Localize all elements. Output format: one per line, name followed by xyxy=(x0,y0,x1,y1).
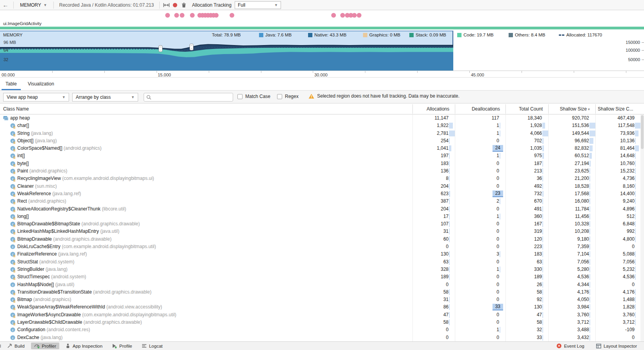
vertical-scrollbar[interactable] xyxy=(640,114,644,341)
column-header-total-count[interactable]: Total Count xyxy=(505,103,543,114)
table-row[interactable]: cLayerDrawable$ChildDrawable (android.gr… xyxy=(0,319,644,326)
table-row[interactable]: cStructTimespec (android.system)18901894… xyxy=(0,273,644,281)
table-row[interactable]: cString (java.lang)2,78114,066149,54473,… xyxy=(0,130,644,137)
tab-table[interactable]: Table xyxy=(0,78,22,90)
toolwindow-logcat[interactable]: Logcat xyxy=(139,343,166,349)
table-row[interactable]: cTransitionDrawable$TransitionState (and… xyxy=(0,288,644,296)
value-magnitude-bar xyxy=(589,244,590,250)
event-log-button[interactable]: Event Log xyxy=(553,343,587,349)
toolwindow-build[interactable]: Build xyxy=(4,343,28,349)
table-row[interactable]: cColorSpace$Named[] (android.graphics)1,… xyxy=(0,145,644,152)
allocation-axis-label: 50000 xyxy=(620,57,640,62)
table-row[interactable]: cWeakSparseArray$WeakReferenceWithId (an… xyxy=(0,303,644,311)
table-row[interactable]: cDiskLruCache$Entry (com.example.android… xyxy=(0,243,644,250)
table-row[interactable]: cPaint (android.graphics)136021323,62515… xyxy=(0,167,644,175)
cell-value: 0 xyxy=(632,243,635,250)
value-magnitude-bar xyxy=(500,327,500,333)
record-icon[interactable] xyxy=(171,1,179,9)
table-row[interactable]: cint[]197197560,51214,648 xyxy=(0,152,644,160)
cell-value: 17,568 xyxy=(575,190,589,198)
axis-tick xyxy=(642,60,644,60)
heap-row[interactable]: app heap11,14711718,340920,702467,439 xyxy=(0,114,644,122)
timeline-ruler[interactable]: 00.00015.00030.00045.000 xyxy=(0,71,644,78)
legend-dashed-line-icon xyxy=(559,34,564,36)
column-header-shallow-size[interactable]: Shallow Size ▾ xyxy=(548,103,590,114)
allocation-event-dot[interactable] xyxy=(340,13,345,18)
cell-value: 151,536 xyxy=(572,122,589,129)
table-row[interactable]: cRect (android.graphics)387267016,0809,2… xyxy=(0,198,644,205)
table-row[interactable]: cCleaner (sun.misc)204049218,5288,160 xyxy=(0,183,644,190)
value-magnitude-bar xyxy=(635,221,636,227)
search-input[interactable] xyxy=(153,94,230,100)
value-magnitude-bar xyxy=(635,183,636,189)
table-row[interactable]: cbyte[]183018727,19410,760 xyxy=(0,160,644,167)
table-row[interactable]: cObject[] (java.lang)254070296,69210,136 xyxy=(0,137,644,145)
table-row[interactable]: clong[]17136011,456512 xyxy=(0,213,644,220)
search-field[interactable] xyxy=(144,93,233,102)
value-magnitude-bar xyxy=(449,168,450,174)
table-row[interactable]: cBitmapDrawable$BitmapState (android.gra… xyxy=(0,220,644,228)
toolwindow-profile[interactable]: Profile xyxy=(109,343,135,349)
zoom-to-selection-icon[interactable] xyxy=(162,1,171,9)
session-selector-dropdown[interactable]: MEMORY ▼ xyxy=(16,2,51,8)
cell-value: 0 xyxy=(446,334,449,341)
allocation-event-dot[interactable] xyxy=(174,13,179,18)
value-magnitude-bar xyxy=(542,289,543,295)
column-header-class-name[interactable]: Class Name xyxy=(3,103,29,114)
table-row[interactable]: cWeakReference (java.lang.ref)6232373217… xyxy=(0,190,644,198)
cell-value: 130 xyxy=(441,250,449,258)
cell-value: 2,781 xyxy=(437,130,449,137)
layout-inspector-button[interactable]: Layout Inspector xyxy=(593,343,640,349)
activity-lifetime-bar[interactable] xyxy=(0,27,644,29)
trash-icon[interactable] xyxy=(179,1,188,9)
regex-checkbox[interactable]: Regex xyxy=(277,94,299,99)
table-row[interactable]: cHashMap$Node[] (java.util)00264,3440 xyxy=(0,281,644,288)
toolwindow-profiler[interactable]: Profiler xyxy=(31,343,59,349)
allocation-event-dot[interactable] xyxy=(190,13,195,18)
layout-inspector-label: Layout Inspector xyxy=(604,344,637,348)
class-package: (sun.misc) xyxy=(34,183,57,189)
tab-visualization[interactable]: Visualization xyxy=(22,78,60,90)
table-row[interactable]: cBitmap (android.graphics)310924,0501,48… xyxy=(0,296,644,303)
cell-value: 387 xyxy=(441,198,449,205)
scrollbar-thumb[interactable] xyxy=(641,115,644,149)
toolwindow-app-inspection[interactable]: App Inspection xyxy=(62,343,106,349)
table-row[interactable]: cStructStat (android.system)630637,0567,… xyxy=(0,258,644,266)
allocation-tracking-select[interactable]: Full ▼ xyxy=(235,1,281,9)
selection-handle-left[interactable] xyxy=(159,45,162,52)
table-row[interactable]: cBitmapDrawable (android.graphics.drawab… xyxy=(0,236,644,243)
allocation-event-dot[interactable] xyxy=(214,13,219,18)
arrange-select[interactable]: Arrange by class ▼ xyxy=(72,93,138,102)
selection-handle-right[interactable] xyxy=(190,44,193,50)
value-magnitude-bar xyxy=(542,153,544,159)
allocation-event-dot[interactable] xyxy=(180,13,184,18)
column-header-shallow-size-change[interactable]: Shallow Size C... xyxy=(598,103,633,114)
allocation-event-dot[interactable] xyxy=(331,13,336,18)
allocation-event-dot[interactable] xyxy=(165,13,170,18)
legend-label: Stack: 0.09 MB xyxy=(416,33,446,37)
table-row[interactable]: cNativeAllocationRegistry$CleanerThunk (… xyxy=(0,205,644,213)
table-row[interactable]: cFinalizerReference (java.lang.ref)13031… xyxy=(0,250,644,258)
table-row[interactable]: cImageWorker$AsyncDrawable (com.example.… xyxy=(0,311,644,319)
value-magnitude-bar xyxy=(589,131,595,136)
back-arrow-icon[interactable]: ← xyxy=(0,2,11,8)
column-header-deallocations[interactable]: Deallocations xyxy=(455,103,500,114)
table-row[interactable]: cLinkedHashMap$LinkedHashMapEntry (java.… xyxy=(0,228,644,235)
column-header-allocations[interactable]: Allocations xyxy=(412,103,449,114)
table-row[interactable]: cchar[]1,92211,928151,536117,548 xyxy=(0,122,644,129)
allocation-event-dot[interactable] xyxy=(352,13,357,18)
table-row[interactable]: cStringBuilder (java.lang)32813305,2805,… xyxy=(0,266,644,273)
table-row[interactable]: cDexCache (java.lang)00333,4320 xyxy=(0,334,644,341)
table-row[interactable]: cRecyclingImageView (com.example.android… xyxy=(0,175,644,182)
class-package: (libcore.util) xyxy=(100,206,126,212)
event-track[interactable] xyxy=(0,10,644,20)
cell-value: 0 xyxy=(496,258,499,266)
value-magnitude-bar xyxy=(635,259,636,265)
allocation-event-dot[interactable] xyxy=(230,13,234,18)
table-row[interactable]: cConfiguration (android.content.res)0132… xyxy=(0,326,644,334)
heap-select[interactable]: View app heap ▼ xyxy=(3,93,69,102)
value-magnitude-bar xyxy=(635,228,636,234)
match-case-checkbox[interactable]: Match Case xyxy=(237,94,270,99)
allocation-event-dot[interactable] xyxy=(357,13,361,18)
cell-value: 7,104 xyxy=(577,250,589,258)
